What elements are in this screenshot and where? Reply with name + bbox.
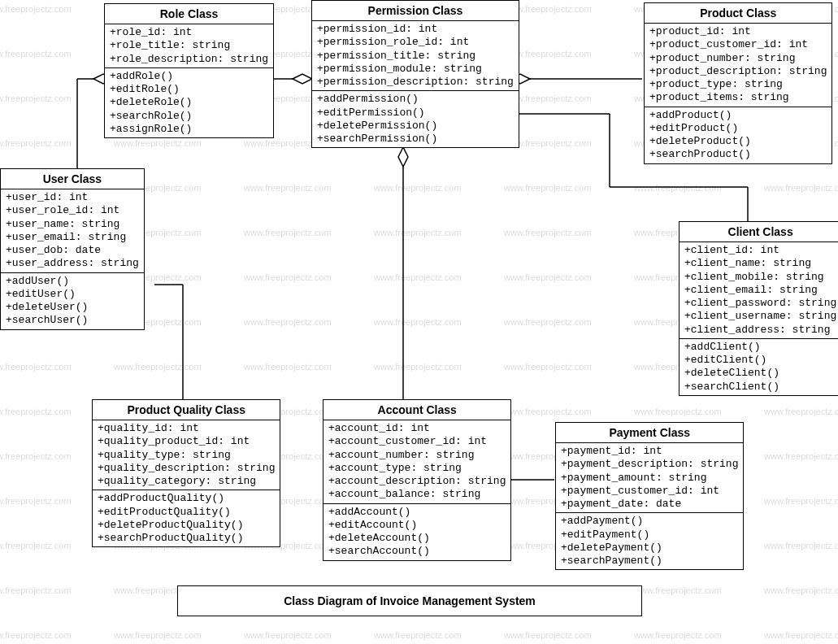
class-attrs: +permission_id: int +permission_role_id:… xyxy=(312,21,519,91)
class-ops: +addUser() +editUser() +deleteUser() +se… xyxy=(1,273,144,329)
class-permission: Permission Class +permission_id: int +pe… xyxy=(311,0,519,148)
watermark: www.freeprojectz.com xyxy=(0,362,72,372)
class-attrs: +product_id: int +product_customer_id: i… xyxy=(645,24,831,107)
class-ops: +addProductQuality() +editProductQuality… xyxy=(93,490,280,546)
class-title: Client Class xyxy=(680,222,838,242)
watermark: www.freeprojectz.com xyxy=(374,362,462,372)
class-title: Account Class xyxy=(323,400,510,420)
class-attrs: +account_id: int +account_customer_id: i… xyxy=(323,420,510,504)
watermark: www.freeprojectz.com xyxy=(244,317,332,327)
class-ops: +addPermission() +editPermission() +dele… xyxy=(312,91,519,147)
class-ops: +addPayment() +editPayment() +deletePaym… xyxy=(556,513,743,569)
watermark: www.freeprojectz.com xyxy=(504,407,592,416)
class-attrs: +client_id: int +client_name: string +cl… xyxy=(680,242,838,339)
watermark: www.freeprojectz.com xyxy=(0,138,72,148)
watermark: www.freeprojectz.com xyxy=(0,630,72,640)
watermark: www.freeprojectz.com xyxy=(374,317,462,327)
watermark: www.freeprojectz.com xyxy=(504,183,592,193)
diagram-title: Class Diagram of Invoice Management Syst… xyxy=(177,585,642,616)
watermark: www.freeprojectz.com xyxy=(0,49,72,59)
watermark: www.freeprojectz.com xyxy=(374,228,462,237)
watermark: www.freeprojectz.com xyxy=(0,541,72,550)
class-title: Payment Class xyxy=(556,423,743,443)
class-product-quality: Product Quality Class +quality_id: int +… xyxy=(92,399,280,547)
svg-marker-8 xyxy=(398,147,408,167)
watermark: www.freeprojectz.com xyxy=(634,585,722,595)
watermark: www.freeprojectz.com xyxy=(374,183,462,193)
class-title: User Class xyxy=(1,169,144,189)
class-title: Permission Class xyxy=(312,1,519,21)
class-title: Product Quality Class xyxy=(93,400,280,420)
watermark: www.freeprojectz.com xyxy=(0,94,72,103)
class-payment: Payment Class +payment_id: int +payment_… xyxy=(555,422,744,570)
watermark: www.freeprojectz.com xyxy=(634,630,722,640)
watermark: www.freeprojectz.com xyxy=(374,630,462,640)
watermark: www.freeprojectz.com xyxy=(374,272,462,282)
class-attrs: +payment_id: int +payment_description: s… xyxy=(556,443,743,513)
watermark: www.freeprojectz.com xyxy=(634,183,722,193)
watermark: www.freeprojectz.com xyxy=(0,451,72,461)
class-client: Client Class +client_id: int +client_nam… xyxy=(679,221,838,396)
class-ops: +addClient() +editClient() +deleteClient… xyxy=(680,339,838,395)
class-ops: +addAccount() +editAccount() +deleteAcco… xyxy=(323,504,510,560)
watermark: www.freeprojectz.com xyxy=(244,183,332,193)
watermark: www.freeprojectz.com xyxy=(244,630,332,640)
watermark: www.freeprojectz.com xyxy=(764,541,838,550)
watermark: www.freeprojectz.com xyxy=(504,362,592,372)
class-ops: +addProduct() +editProduct() +deleteProd… xyxy=(645,107,831,163)
watermark: www.freeprojectz.com xyxy=(0,4,72,14)
watermark: www.freeprojectz.com xyxy=(244,362,332,372)
class-attrs: +quality_id: int +quality_product_id: in… xyxy=(93,420,280,490)
svg-marker-4 xyxy=(293,74,312,84)
watermark: www.freeprojectz.com xyxy=(114,362,202,372)
watermark: www.freeprojectz.com xyxy=(114,138,202,148)
watermark: www.freeprojectz.com xyxy=(244,228,332,237)
watermark: www.freeprojectz.com xyxy=(0,496,72,506)
class-attrs: +user_id: int +user_role_id: int +user_n… xyxy=(1,189,144,273)
watermark: www.freeprojectz.com xyxy=(634,407,722,416)
watermark: www.freeprojectz.com xyxy=(764,451,838,461)
class-title: Role Class xyxy=(105,4,273,24)
class-role: Role Class +role_id: int +role_title: st… xyxy=(104,3,274,138)
watermark: www.freeprojectz.com xyxy=(764,183,838,193)
watermark: www.freeprojectz.com xyxy=(764,407,838,416)
watermark: www.freeprojectz.com xyxy=(504,272,592,282)
class-product: Product Class +product_id: int +product_… xyxy=(644,2,832,164)
watermark: www.freeprojectz.com xyxy=(114,630,202,640)
watermark: www.freeprojectz.com xyxy=(0,407,72,416)
class-user: User Class +user_id: int +user_role_id: … xyxy=(0,168,145,330)
class-attrs: +role_id: int +role_title: string +role_… xyxy=(105,24,273,68)
class-ops: +addRole() +editRole() +deleteRole() +se… xyxy=(105,68,273,137)
watermark: www.freeprojectz.com xyxy=(504,630,592,640)
watermark: www.freeprojectz.com xyxy=(764,496,838,506)
watermark: www.freeprojectz.com xyxy=(764,630,838,640)
class-title: Product Class xyxy=(645,3,831,24)
watermark: www.freeprojectz.com xyxy=(0,585,72,595)
watermark: www.freeprojectz.com xyxy=(244,272,332,282)
watermark: www.freeprojectz.com xyxy=(504,317,592,327)
watermark: www.freeprojectz.com xyxy=(764,585,838,595)
watermark: www.freeprojectz.com xyxy=(504,228,592,237)
class-account: Account Class +account_id: int +account_… xyxy=(323,399,511,561)
